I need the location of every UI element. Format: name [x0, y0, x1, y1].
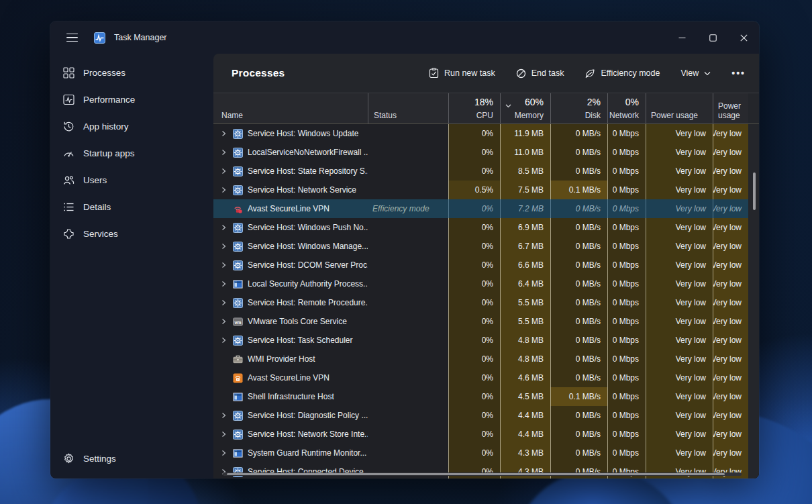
- process-name-cell[interactable]: Service Host: Task Scheduler: [213, 331, 368, 350]
- column-header-memory[interactable]: 60% Memory: [500, 93, 550, 123]
- process-name-cell[interactable]: Avast SecureLine VPN: [213, 368, 368, 387]
- table-row[interactable]: Service Host: Diagnostic Policy ...0%4.4…: [213, 406, 759, 425]
- column-header-power-usage[interactable]: Power usage: [646, 93, 713, 123]
- column-header-cpu[interactable]: 18% CPU: [448, 93, 500, 123]
- table-row[interactable]: WMI Provider Host0%4.8 MB0 MB/s0 MbpsVer…: [213, 350, 759, 368]
- sidebar-item-processes[interactable]: Processes: [53, 59, 211, 86]
- table-row[interactable]: LocalServiceNoNetworkFirewall ...0%11.0 …: [213, 143, 759, 162]
- expand-chevron-icon[interactable]: [219, 149, 228, 156]
- process-name-cell[interactable]: LocalServiceNoNetworkFirewall ...: [213, 143, 368, 162]
- table-row[interactable]: Avast SecureLine VPN0%4.6 MB0 MB/s0 Mbps…: [213, 368, 759, 387]
- table-row[interactable]: Service Host: Windows Manage...0%6.7 MB0…: [213, 237, 759, 256]
- process-name-cell[interactable]: Avast SecureLine VPN: [213, 199, 368, 218]
- process-name: Avast SecureLine VPN: [248, 373, 329, 383]
- process-name-cell[interactable]: Service Host: Remote Procedure...: [213, 293, 368, 312]
- process-name: Service Host: Network Service: [248, 185, 356, 195]
- table-row[interactable]: Service Host: State Repository S...0%8.5…: [213, 162, 759, 181]
- process-network: 0 Mbps: [607, 143, 646, 162]
- table-row[interactable]: System Guard Runtime Monitor...0%4.3 MB0…: [213, 444, 759, 462]
- run-new-task-button[interactable]: Run new task: [427, 65, 497, 81]
- expand-chevron-icon[interactable]: [219, 130, 228, 137]
- navigation-menu-button[interactable]: [60, 27, 83, 48]
- sidebar-item-details[interactable]: Details: [53, 193, 211, 220]
- sidebar-item-settings[interactable]: Settings: [53, 445, 211, 472]
- process-name-cell[interactable]: Service Host: Diagnostic Policy ...: [213, 406, 368, 425]
- expand-chevron-icon[interactable]: [219, 412, 228, 419]
- sidebar-item-services[interactable]: Services: [53, 220, 211, 247]
- expand-chevron-icon[interactable]: [219, 243, 228, 250]
- process-network: 0 Mbps: [607, 368, 646, 387]
- process-name-cell[interactable]: Shell Infrastructure Host: [213, 387, 368, 406]
- process-memory: 4.3 MB: [500, 462, 550, 478]
- process-name-cell[interactable]: Service Host: Windows Update: [213, 124, 368, 143]
- close-button[interactable]: [728, 21, 759, 54]
- process-disk: 0 MB/s: [550, 462, 607, 478]
- expand-chevron-icon[interactable]: [219, 337, 228, 344]
- table-row-selected[interactable]: Avast SecureLine VPNEfficiency mode0%7.2…: [213, 199, 759, 218]
- process-name: Service Host: DCOM Server Proc...: [248, 260, 368, 270]
- process-name-cell[interactable]: Service Host: Windows Push No...: [213, 218, 368, 237]
- sidebar-item-startup-apps[interactable]: Startup apps: [53, 140, 211, 166]
- table-row[interactable]: Shell Infrastructure Host0%4.5 MB0.1 MB/…: [213, 387, 759, 406]
- scrollbar-gutter: [748, 406, 759, 425]
- table-row[interactable]: Local Security Authority Process...0%6.4…: [213, 274, 759, 293]
- process-name-cell[interactable]: Local Security Authority Process...: [213, 274, 368, 293]
- sidebar-item-label: App history: [83, 121, 129, 132]
- expand-chevron-icon[interactable]: [219, 318, 228, 325]
- sidebar-item-users[interactable]: Users: [53, 166, 211, 193]
- column-header-network[interactable]: 0% Network: [607, 93, 646, 123]
- sidebar-item-performance[interactable]: Performance: [53, 86, 211, 113]
- column-header-power-usage-trend[interactable]: Power usage: [713, 93, 748, 123]
- horizontal-scrollbar[interactable]: [223, 472, 742, 476]
- startup-apps-icon: [62, 147, 74, 159]
- view-dropdown[interactable]: View: [679, 66, 712, 81]
- table-row[interactable]: Service Host: DCOM Server Proc...0%6.6 M…: [213, 256, 759, 274]
- expand-chevron-icon[interactable]: [219, 450, 228, 456]
- process-power-usage: Very low: [646, 387, 713, 406]
- expand-chevron-icon[interactable]: [219, 281, 228, 287]
- process-cpu: 0%: [448, 143, 500, 162]
- table-row[interactable]: vmVMware Tools Core Service0%5.5 MB0 MB/…: [213, 312, 759, 331]
- expand-chevron-icon[interactable]: [219, 431, 228, 438]
- sidebar-item-app-history[interactable]: App history: [53, 113, 211, 140]
- table-row[interactable]: Service Host: Connected Device...0%4.3 M…: [213, 462, 759, 478]
- process-network: 0 Mbps: [607, 444, 646, 462]
- vm-icon: vm: [233, 317, 243, 327]
- expand-chevron-icon[interactable]: [219, 168, 228, 174]
- table-row[interactable]: Service Host: Network Service0.5%7.5 MB0…: [213, 181, 759, 199]
- expand-chevron-icon[interactable]: [219, 224, 228, 231]
- process-name-cell[interactable]: Service Host: Network Store Inte...: [213, 425, 368, 444]
- horizontal-scrollbar-thumb[interactable]: [227, 473, 725, 475]
- expand-chevron-icon[interactable]: [219, 299, 228, 306]
- maximize-button[interactable]: [697, 21, 728, 54]
- expand-chevron-icon[interactable]: [219, 262, 228, 268]
- table-row[interactable]: Service Host: Windows Push No...0%6.9 MB…: [213, 218, 759, 237]
- process-power-usage-trend: Very low: [713, 387, 748, 406]
- process-name-cell[interactable]: Service Host: Network Service: [213, 181, 368, 199]
- efficiency-mode-button[interactable]: Efficiency mode: [583, 66, 661, 81]
- expand-chevron-icon[interactable]: [219, 187, 228, 193]
- scrollbar-gutter: [748, 387, 759, 406]
- table-row[interactable]: Service Host: Network Store Inte...0%4.4…: [213, 425, 759, 444]
- minimize-button[interactable]: [666, 21, 697, 54]
- processes-icon: [62, 66, 74, 79]
- vertical-scrollbar-thumb[interactable]: [753, 172, 756, 210]
- column-header-name[interactable]: Name: [213, 93, 368, 123]
- process-power-usage: Very low: [646, 274, 713, 293]
- table-row[interactable]: Service Host: Remote Procedure...0%5.5 M…: [213, 293, 759, 312]
- svchost-icon: [233, 148, 243, 158]
- column-header-disk[interactable]: 2% Disk: [550, 93, 607, 123]
- process-name-cell[interactable]: Service Host: Connected Device...: [213, 462, 368, 478]
- table-row[interactable]: Service Host: Windows Update0%11.9 MB0 M…: [213, 124, 759, 143]
- more-options-button[interactable]: •••: [730, 65, 747, 81]
- process-name-cell[interactable]: System Guard Runtime Monitor...: [213, 444, 368, 462]
- column-header-status[interactable]: Status: [368, 93, 448, 123]
- process-name-cell[interactable]: Service Host: State Repository S...: [213, 162, 368, 181]
- process-cpu: 0%: [448, 256, 500, 274]
- process-name-cell[interactable]: vmVMware Tools Core Service: [213, 312, 368, 331]
- end-task-button[interactable]: End task: [515, 66, 566, 81]
- table-row[interactable]: Service Host: Task Scheduler0%4.8 MB0 MB…: [213, 331, 759, 350]
- process-name-cell[interactable]: WMI Provider Host: [213, 350, 368, 368]
- process-name-cell[interactable]: Service Host: DCOM Server Proc...: [213, 256, 368, 274]
- process-name-cell[interactable]: Service Host: Windows Manage...: [213, 237, 368, 256]
